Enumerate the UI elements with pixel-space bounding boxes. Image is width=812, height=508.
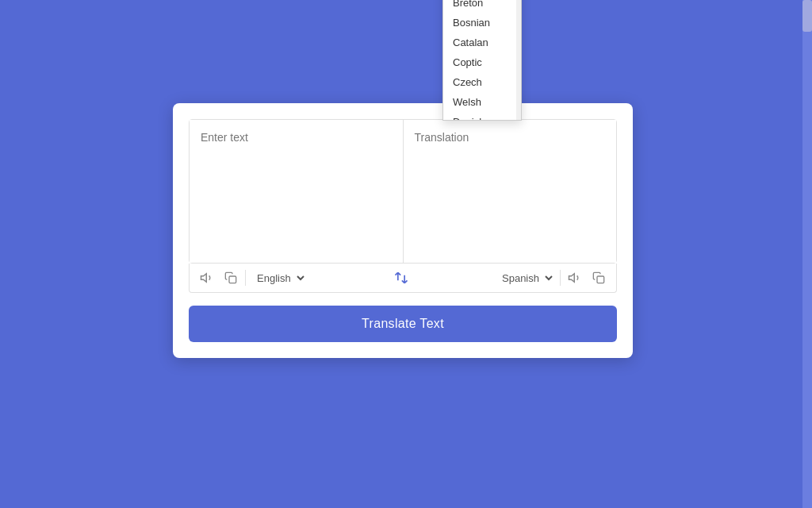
copy-icon-left[interactable]	[221, 268, 240, 287]
scrollbar-thumb[interactable]	[802, 0, 812, 32]
dropdown-item[interactable]: Czech	[443, 72, 521, 92]
divider-left	[245, 270, 246, 286]
dropdown-item[interactable]: Welsh	[443, 92, 521, 112]
text-row	[189, 119, 617, 264]
scrollbar-track[interactable]	[802, 0, 812, 508]
dropdown-item[interactable]: Catalan	[443, 33, 521, 52]
dropdown-scrollbar[interactable]	[516, 0, 521, 120]
translate-button[interactable]: Translate Text	[189, 306, 617, 342]
svg-marker-0	[201, 274, 207, 283]
svg-rect-3	[597, 276, 604, 283]
translation-textarea[interactable]	[404, 120, 617, 263]
source-textarea[interactable]	[190, 120, 404, 263]
swap-icon[interactable]	[312, 270, 491, 286]
dropdown-item[interactable]: Bosnian	[443, 13, 521, 33]
svg-rect-1	[229, 276, 236, 283]
copy-icon-right[interactable]	[589, 268, 608, 287]
dropdown-item[interactable]: Breton	[443, 0, 521, 13]
target-language-select[interactable]: Spanish	[496, 270, 555, 287]
dropdown-item[interactable]: Danish	[443, 112, 521, 120]
dropdown-scroll-wrap: AmharicArabicBielarusBembaBislamaBajanBe…	[443, 0, 521, 120]
controls-row: English Spanish	[189, 264, 617, 293]
volume-icon-left[interactable]	[197, 268, 216, 287]
translator-card: AmharicArabicBielarusBembaBislamaBajanBe…	[173, 103, 633, 358]
divider-right	[560, 270, 561, 286]
right-controls: Spanish	[496, 268, 608, 287]
volume-icon-right[interactable]	[565, 268, 584, 287]
source-language-select[interactable]: English	[251, 270, 307, 287]
dropdown-item[interactable]: Coptic	[443, 52, 521, 72]
language-dropdown[interactable]: AmharicArabicBielarusBembaBislamaBajanBe…	[442, 0, 522, 121]
svg-marker-2	[569, 274, 575, 283]
